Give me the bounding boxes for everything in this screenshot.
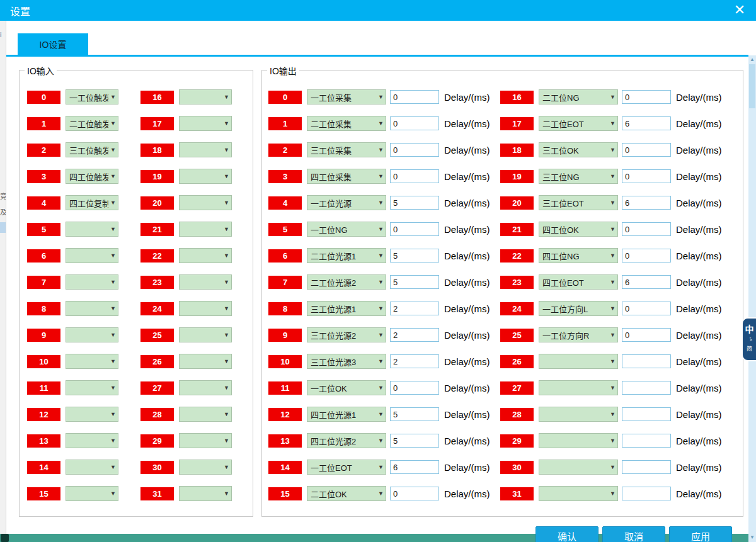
io-function-dropdown[interactable]: 一工位EOT ▼: [307, 460, 386, 475]
delay-input[interactable]: [390, 302, 439, 315]
io-function-dropdown[interactable]: ▼: [179, 486, 232, 501]
io-function-dropdown[interactable]: 三工位光源2 ▼: [307, 327, 386, 342]
delay-input[interactable]: [622, 354, 671, 368]
delay-input[interactable]: [390, 275, 439, 289]
delay-input[interactable]: [622, 222, 671, 236]
io-function-dropdown[interactable]: ▼: [66, 327, 118, 342]
io-function-dropdown[interactable]: 三工位光源1 ▼: [307, 301, 386, 316]
delay-input[interactable]: [390, 143, 439, 157]
io-function-dropdown[interactable]: 三工位采集 ▼: [307, 142, 386, 157]
io-function-dropdown[interactable]: 一工位OK ▼: [307, 380, 386, 395]
io-function-dropdown[interactable]: ▼: [539, 486, 618, 501]
delay-input[interactable]: [390, 354, 439, 368]
delay-input[interactable]: [622, 169, 671, 183]
io-function-dropdown[interactable]: ▼: [66, 486, 118, 501]
io-function-dropdown[interactable]: ▼: [66, 222, 118, 237]
io-function-dropdown[interactable]: 二工位EOT ▼: [539, 116, 618, 131]
close-button[interactable]: ✕: [730, 1, 750, 19]
io-function-dropdown[interactable]: 一工位光源 ▼: [307, 195, 386, 210]
io-function-dropdown[interactable]: ▼: [179, 142, 232, 157]
io-function-dropdown[interactable]: ▼: [66, 274, 118, 290]
delay-input[interactable]: [390, 487, 439, 500]
io-function-dropdown[interactable]: ▼: [179, 274, 232, 290]
delay-input[interactable]: [390, 381, 439, 395]
delay-input[interactable]: [622, 487, 671, 500]
io-function-dropdown[interactable]: 三工位触发 ▼: [66, 142, 118, 157]
scrollbar[interactable]: ▲ ▼: [748, 55, 756, 542]
io-function-dropdown[interactable]: 一工位采集 ▼: [307, 89, 386, 104]
delay-input[interactable]: [622, 434, 671, 448]
delay-input[interactable]: [390, 407, 439, 421]
io-function-dropdown[interactable]: ▼: [66, 460, 118, 475]
io-function-dropdown[interactable]: 四工位触发 ▼: [66, 169, 118, 184]
io-function-dropdown[interactable]: ▼: [66, 248, 118, 263]
delay-input[interactable]: [390, 196, 439, 210]
io-function-dropdown[interactable]: 一工位方向L ▼: [539, 301, 618, 316]
delay-input[interactable]: [390, 328, 439, 342]
delay-input[interactable]: [390, 460, 439, 474]
io-function-dropdown[interactable]: 二工位OK ▼: [307, 486, 386, 501]
io-function-dropdown[interactable]: 四工位光源1 ▼: [307, 407, 386, 422]
delay-input[interactable]: [622, 116, 671, 130]
io-function-dropdown[interactable]: 一工位NG ▼: [307, 222, 386, 237]
io-function-dropdown[interactable]: 三工位光源3 ▼: [307, 354, 386, 369]
io-function-dropdown[interactable]: 三工位NG ▼: [539, 169, 618, 184]
delay-input[interactable]: [390, 90, 439, 104]
io-function-dropdown[interactable]: ▼: [66, 380, 118, 395]
io-function-dropdown[interactable]: ▼: [179, 433, 232, 448]
io-function-dropdown[interactable]: ▼: [539, 407, 618, 422]
io-function-dropdown[interactable]: ▼: [179, 222, 232, 237]
io-function-dropdown[interactable]: ▼: [179, 169, 232, 184]
io-function-dropdown[interactable]: 二工位采集 ▼: [307, 116, 386, 131]
io-function-dropdown[interactable]: ▼: [66, 354, 118, 369]
io-function-dropdown[interactable]: 二工位光源2 ▼: [307, 274, 386, 290]
delay-input[interactable]: [390, 434, 439, 448]
delay-input[interactable]: [622, 249, 671, 263]
io-function-dropdown[interactable]: 一工位方向R ▼: [539, 327, 618, 342]
delay-input[interactable]: [622, 460, 671, 474]
io-function-dropdown[interactable]: ▼: [66, 407, 118, 422]
io-function-dropdown[interactable]: ▼: [66, 301, 118, 316]
io-function-dropdown[interactable]: 三工位OK ▼: [539, 142, 618, 157]
io-function-dropdown[interactable]: ▼: [179, 327, 232, 342]
scrollbar-thumb[interactable]: [749, 64, 755, 108]
delay-input[interactable]: [622, 302, 671, 315]
cancel-button[interactable]: 取消: [602, 526, 665, 542]
io-function-dropdown[interactable]: ▼: [539, 433, 618, 448]
io-function-dropdown[interactable]: ▼: [539, 354, 618, 369]
scroll-down-icon[interactable]: ▼: [748, 534, 756, 541]
io-function-dropdown[interactable]: 一工位触发 ▼: [66, 89, 118, 104]
apply-button[interactable]: 应用: [669, 526, 732, 542]
io-function-dropdown[interactable]: ▼: [66, 433, 118, 448]
io-function-dropdown[interactable]: ▼: [179, 460, 232, 475]
io-function-dropdown[interactable]: ▼: [179, 407, 232, 422]
io-function-dropdown[interactable]: ▼: [179, 354, 232, 369]
delay-input[interactable]: [622, 196, 671, 210]
delay-input[interactable]: [390, 169, 439, 183]
io-function-dropdown[interactable]: ▼: [179, 301, 232, 316]
io-function-dropdown[interactable]: 四工位EOT ▼: [539, 274, 618, 290]
io-function-dropdown[interactable]: ▼: [179, 195, 232, 210]
floating-language-widget[interactable]: 中 '。简: [742, 317, 756, 361]
delay-input[interactable]: [622, 328, 671, 342]
io-function-dropdown[interactable]: ▼: [179, 116, 232, 131]
io-function-dropdown[interactable]: 二工位NG ▼: [539, 89, 618, 104]
io-function-dropdown[interactable]: ▼: [539, 460, 618, 475]
io-function-dropdown[interactable]: 二工位光源1 ▼: [307, 248, 386, 263]
delay-input[interactable]: [390, 116, 439, 130]
io-function-dropdown[interactable]: 四工位复制 ▼: [66, 195, 118, 210]
delay-input[interactable]: [622, 407, 671, 421]
scroll-up-icon[interactable]: ▲: [748, 56, 756, 64]
io-function-dropdown[interactable]: ▼: [179, 89, 232, 104]
confirm-button[interactable]: 确认: [536, 526, 598, 542]
io-function-dropdown[interactable]: 四工位OK ▼: [539, 222, 618, 237]
delay-input[interactable]: [622, 90, 671, 104]
io-function-dropdown[interactable]: 四工位采集 ▼: [307, 169, 386, 184]
io-function-dropdown[interactable]: 三工位EOT ▼: [539, 195, 618, 210]
delay-input[interactable]: [390, 222, 439, 236]
delay-input[interactable]: [390, 249, 439, 263]
io-function-dropdown[interactable]: ▼: [179, 380, 232, 395]
io-function-dropdown[interactable]: ▼: [539, 380, 618, 395]
delay-input[interactable]: [622, 381, 671, 395]
delay-input[interactable]: [622, 275, 671, 289]
